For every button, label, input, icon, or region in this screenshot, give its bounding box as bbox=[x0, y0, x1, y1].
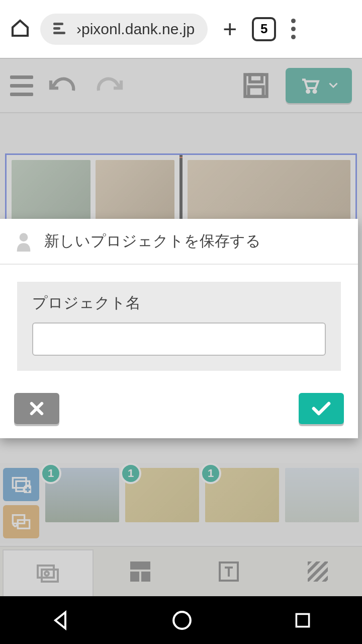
photo-placeholder[interactable] bbox=[12, 160, 90, 222]
svg-rect-11 bbox=[42, 570, 58, 582]
check-icon bbox=[311, 401, 331, 416]
cart-button[interactable] bbox=[286, 68, 352, 103]
app-toolbar bbox=[0, 58, 362, 113]
tab-layout[interactable] bbox=[96, 547, 185, 596]
project-name-label: プロジェクト名 bbox=[32, 293, 326, 313]
browser-bar: ›pixonl.dank.ne.jp + 5 bbox=[0, 0, 362, 58]
usage-badge: 1 bbox=[200, 463, 221, 484]
tab-switcher[interactable]: 5 bbox=[252, 17, 276, 41]
close-icon bbox=[28, 400, 45, 417]
photo-placeholder[interactable] bbox=[96, 160, 174, 222]
usage-badge: 1 bbox=[120, 463, 141, 484]
cancel-button[interactable] bbox=[14, 393, 59, 424]
site-settings-icon bbox=[53, 23, 68, 36]
svg-point-19 bbox=[20, 233, 28, 242]
bottom-tab-bar bbox=[0, 546, 362, 596]
add-photo-button[interactable] bbox=[3, 468, 39, 501]
tab-photos[interactable] bbox=[3, 549, 94, 596]
app-area: 1 1 1 新しいプロジェクトを保存する プロ bbox=[0, 58, 362, 596]
thumbnail[interactable]: 1 bbox=[45, 468, 119, 522]
redo-icon bbox=[94, 75, 124, 96]
svg-point-3 bbox=[307, 90, 309, 93]
thumbnail[interactable]: 1 bbox=[205, 468, 279, 522]
svg-rect-13 bbox=[130, 561, 150, 570]
left-page[interactable] bbox=[7, 155, 179, 227]
svg-point-4 bbox=[314, 90, 316, 93]
confirm-button[interactable] bbox=[299, 393, 344, 424]
url-bar[interactable]: ›pixonl.dank.ne.jp bbox=[40, 14, 208, 45]
page-spread[interactable] bbox=[5, 153, 357, 229]
right-page[interactable] bbox=[183, 155, 355, 227]
overflow-menu-icon[interactable] bbox=[286, 14, 301, 44]
dialog-title: 新しいプロジェクトを保存する bbox=[44, 231, 261, 252]
svg-rect-1 bbox=[250, 74, 262, 82]
android-nav-bar bbox=[0, 596, 362, 644]
new-tab-icon[interactable]: + bbox=[218, 15, 242, 43]
svg-rect-2 bbox=[249, 87, 263, 96]
home-icon[interactable] bbox=[10, 18, 30, 40]
thumbnail[interactable] bbox=[285, 468, 359, 522]
svg-rect-18 bbox=[308, 561, 328, 582]
tab-text[interactable] bbox=[185, 547, 274, 596]
photo-placeholder[interactable] bbox=[188, 160, 350, 222]
save-icon[interactable] bbox=[241, 71, 270, 100]
person-icon bbox=[15, 231, 32, 252]
menu-icon[interactable] bbox=[10, 75, 33, 96]
thumbnail-strip: 1 1 1 bbox=[0, 463, 362, 543]
svg-rect-14 bbox=[130, 572, 139, 582]
svg-rect-15 bbox=[141, 572, 150, 582]
url-text: ›pixonl.dank.ne.jp bbox=[76, 21, 195, 38]
usage-badge: 1 bbox=[40, 463, 61, 484]
svg-rect-21 bbox=[296, 614, 309, 626]
back-icon[interactable] bbox=[50, 610, 70, 630]
chevron-down-icon bbox=[329, 83, 338, 89]
project-name-input[interactable] bbox=[32, 323, 326, 356]
tab-background[interactable] bbox=[274, 547, 363, 596]
home-circle-icon[interactable] bbox=[171, 610, 193, 631]
svg-point-12 bbox=[45, 572, 49, 576]
svg-point-20 bbox=[173, 612, 191, 629]
swap-photo-button[interactable] bbox=[3, 505, 39, 538]
recents-icon[interactable] bbox=[294, 611, 312, 629]
undo-icon[interactable] bbox=[48, 75, 78, 96]
thumbnail[interactable]: 1 bbox=[125, 468, 199, 522]
save-project-dialog: 新しいプロジェクトを保存する プロジェクト名 bbox=[0, 219, 358, 438]
